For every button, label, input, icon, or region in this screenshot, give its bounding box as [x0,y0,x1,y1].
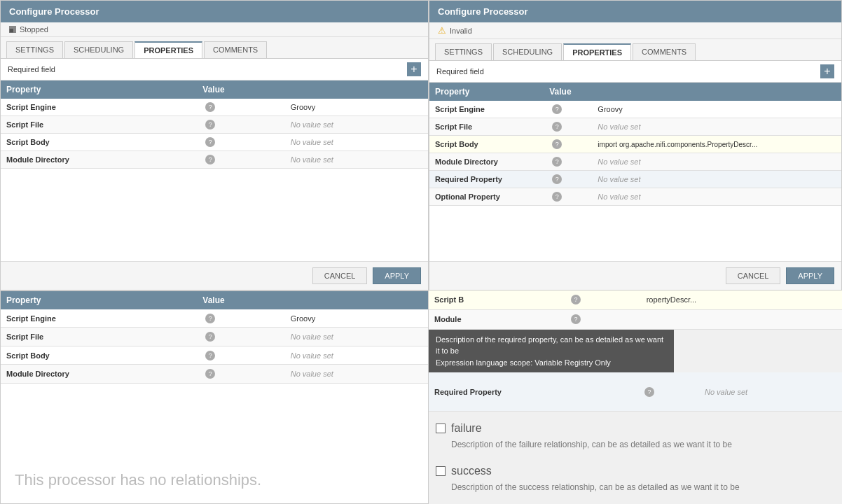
status-bar-left: ■ Stopped [1,22,428,37]
tab-settings-right[interactable]: SETTINGS [435,43,492,60]
prop-value-script-body-right[interactable]: import org.apache.nifi.components.Proper… [592,136,841,153]
help-icon[interactable]: ? [552,192,562,202]
help-icon[interactable]: ? [571,314,581,324]
prop-value-script-engine-right[interactable]: Groovy [592,101,841,118]
prop-name-optional-prop-right: Optional Property [429,188,544,206]
br-val-scriptb[interactable]: ropertyDescr... [641,290,842,309]
bottom-left-panel: Property Value Script Engine ? Groovy Sc… [0,290,429,504]
panel-title-right: Configure Processor [438,6,528,17]
br-prop-scriptb: Script B [429,290,563,309]
bl-col-property: Property [1,291,197,309]
br-prop-module: Module [429,309,563,329]
prop-value-script-body-left[interactable]: No value set [285,134,428,151]
prop-value-required-prop-right[interactable]: No value set [592,171,841,188]
help-icon[interactable]: ? [571,295,581,304]
properties-table-right: Property Value Script Engine ? Groovy Sc… [429,83,841,206]
tooltip-line1: Description of the required property, ca… [436,334,667,357]
prop-name-script-body-left: Script Body [1,134,197,151]
help-icon[interactable]: ? [552,157,562,167]
prop-value-module-dir-left[interactable]: No value set [285,151,428,169]
help-icon[interactable]: ? [205,137,215,147]
bl-val-file[interactable]: No value set [285,328,428,346]
panel-header-right: Configure Processor [429,1,841,22]
tab-properties-right[interactable]: PROPERTIES [563,43,631,60]
failure-name: failure [451,422,482,435]
table-row: Script File ? No value set [429,118,841,136]
bl-val-engine[interactable]: Groovy [285,309,428,328]
tab-properties-left[interactable]: PROPERTIES [134,41,202,58]
col-header-extra-right [592,83,841,101]
configure-processor-panel-right: Configure Processor ⚠ Invalid SETTINGS S… [429,0,842,290]
bl-val-module[interactable]: No value set [285,365,428,383]
bl-prop-body: Script Body [1,346,197,364]
apply-button-left[interactable]: APPLY [373,267,421,284]
tab-settings-left[interactable]: SETTINGS [6,41,63,58]
bl-col-extra [285,291,428,309]
help-icon[interactable]: ? [644,387,654,397]
warn-icon: ⚠ [438,25,446,36]
prop-value-optional-prop-right[interactable]: No value set [592,188,841,206]
prop-value-module-dir-right[interactable]: No value set [592,153,841,171]
table-row: Module Directory ? No value set [1,365,428,383]
property-tooltip: Description of the required property, ca… [429,330,674,373]
bl-val-body[interactable]: No value set [285,346,428,364]
help-icon[interactable]: ? [552,174,562,184]
properties-table-left: Property Value Script Engine ? Groovy Sc… [1,80,428,169]
success-description: Description of the success relationship,… [436,481,835,493]
add-property-button-left[interactable]: + [407,62,421,76]
help-icon[interactable]: ? [552,139,562,149]
panel-title-left: Configure Processor [9,6,99,17]
tab-comments-left[interactable]: COMMENTS [204,41,267,58]
bottom-right-panel: Script B ? ropertyDescr... Module ? Desc… [429,290,842,504]
add-property-button-right[interactable]: + [820,64,834,78]
help-icon[interactable]: ? [205,155,215,164]
relationships-section: failure Description of the failure relat… [429,412,842,504]
help-icon[interactable]: ? [205,351,215,360]
bl-col-value: Value [197,291,284,309]
table-row: Module Directory ? No value set [1,151,428,169]
tabs-left: SETTINGS SCHEDULING PROPERTIES COMMENTS [1,37,428,59]
status-text-right: Invalid [450,27,472,35]
help-icon[interactable]: ? [552,104,562,114]
table-row: Module ? [429,309,842,329]
table-row: Script File ? No value set [1,116,428,134]
help-icon[interactable]: ? [205,369,215,379]
help-icon[interactable]: ? [205,314,215,323]
tab-scheduling-right[interactable]: SCHEDULING [493,43,562,60]
table-row: Optional Property ? No value set [429,188,841,206]
br-prop-required: Required Property [429,372,636,411]
stop-icon: ■ [9,26,16,33]
success-name: success [451,465,492,477]
tab-comments-right[interactable]: COMMENTS [633,43,696,60]
required-field-label-left: Required field [8,65,55,74]
prop-value-script-engine-left[interactable]: Groovy [285,99,428,116]
col-header-property-right: Property [429,83,544,101]
tab-scheduling-left[interactable]: SCHEDULING [64,41,133,58]
rel-failure-header: failure [436,422,835,435]
properties-table-container-right: Property Value Script Engine ? Groovy Sc… [429,83,841,261]
help-icon[interactable]: ? [205,102,215,112]
apply-button-right[interactable]: APPLY [786,267,834,284]
br-val-required[interactable]: No value set [699,372,842,411]
prop-name-script-engine-right: Script Engine [429,101,544,118]
prop-value-script-file-left[interactable]: No value set [285,116,428,134]
col-header-value-right: Value [544,83,592,101]
prop-name-script-body-right: Script Body [429,136,544,153]
properties-table-container-left: Property Value Script Engine ? Groovy Sc… [1,80,428,261]
table-row: Required Property ? No value set [429,171,841,188]
status-text-left: Stopped [20,25,48,34]
success-checkbox[interactable] [436,466,446,476]
help-icon[interactable]: ? [552,122,562,132]
failure-description: Description of the failure relationship,… [436,438,835,451]
br-val-module[interactable] [641,309,842,329]
bl-prop-engine: Script Engine [1,309,197,328]
cancel-button-right[interactable]: CANCEL [726,267,781,284]
tooltip-line2: Expression language scope: Variable Regi… [436,357,667,369]
help-icon[interactable]: ? [205,120,215,130]
table-row: Script Body ? import org.apache.nifi.com… [429,136,841,153]
prop-name-required-prop-right: Required Property [429,171,544,188]
failure-checkbox[interactable] [436,424,446,433]
help-icon[interactable]: ? [205,332,215,342]
cancel-button-left[interactable]: CANCEL [312,267,368,284]
prop-value-script-file-right[interactable]: No value set [592,118,841,136]
